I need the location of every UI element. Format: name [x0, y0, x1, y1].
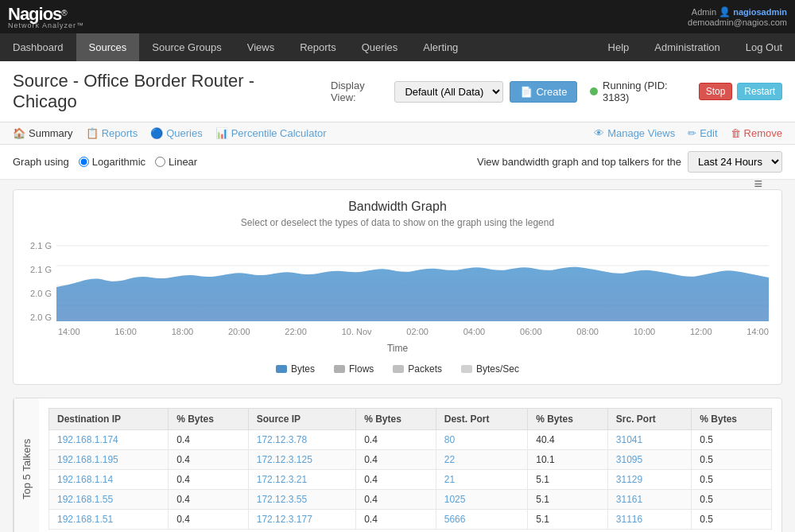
- legend-bytes-sec-box: [461, 365, 472, 373]
- nav-help[interactable]: Help: [595, 33, 642, 61]
- chart-container: [56, 238, 769, 325]
- sub-nav-percentile-calc[interactable]: 📊 Percentile Calculator: [215, 127, 327, 139]
- logarithmic-option[interactable]: Logarithmic: [79, 156, 145, 168]
- nav-sources[interactable]: Sources: [76, 33, 140, 61]
- chart-icon: 📊: [215, 127, 228, 139]
- status-text: Running (PID: 3183): [603, 80, 694, 103]
- legend-bytes[interactable]: Bytes: [276, 363, 315, 375]
- display-view-select[interactable]: Default (All Data) Custom View 1: [394, 81, 503, 103]
- x-label-4: 22:00: [285, 327, 307, 336]
- nav-dashboard[interactable]: Dashboard: [0, 33, 76, 61]
- src-port-cell[interactable]: 31161: [607, 490, 692, 510]
- src-ip-cell[interactable]: 172.12.3.177: [248, 510, 355, 530]
- graph-card-header: ≡ Bandwidth Graph Select or deselect the…: [14, 190, 781, 231]
- src-ip-cell[interactable]: 172.12.3.125: [248, 450, 355, 470]
- table-row: 192.168.1.174 0.4 172.12.3.78 0.4 80 40.…: [49, 430, 772, 450]
- nav-queries[interactable]: Queries: [349, 33, 411, 61]
- dest-port-cell[interactable]: 80: [436, 430, 527, 450]
- dest-bytes-cell: 0.4: [169, 490, 249, 510]
- dest-port-cell[interactable]: 1025: [436, 490, 527, 510]
- src-bytes-cell: 0.4: [356, 510, 436, 530]
- logarithmic-radio[interactable]: [79, 157, 89, 167]
- sub-nav-reports[interactable]: 📋 Reports: [86, 127, 138, 139]
- logo-sub: Network Analyzer™: [8, 21, 84, 29]
- sub-nav-queries[interactable]: 🔵 Queries: [150, 127, 203, 139]
- y-label-1: 2.1 G: [26, 241, 52, 250]
- time-range-select[interactable]: Last 24 Hours Last 7 Days Last 30 Days: [688, 151, 782, 173]
- dest-ip-cell[interactable]: 192.168.1.174: [49, 430, 169, 450]
- stop-button[interactable]: Stop: [699, 83, 733, 100]
- time-range-section: View bandwidth graph and top talkers for…: [477, 151, 782, 173]
- main-content: ≡ Bandwidth Graph Select or deselect the…: [0, 180, 795, 532]
- dest-port-bytes-cell: 10.1: [528, 450, 608, 470]
- table-row: 192.168.1.55 0.4 172.12.3.55 0.4 1025 5.…: [49, 490, 772, 510]
- nav-reports[interactable]: Reports: [287, 33, 349, 61]
- linear-radio[interactable]: [155, 157, 165, 167]
- col-src-bytes: % Bytes: [356, 409, 436, 430]
- x-label-7: 04:00: [463, 327, 486, 336]
- dest-ip-cell[interactable]: 192.168.1.51: [49, 510, 169, 530]
- nav-administration[interactable]: Administration: [642, 33, 732, 61]
- legend-flows-box: [334, 365, 345, 373]
- nav-views[interactable]: Views: [235, 33, 287, 61]
- dest-ip-cell[interactable]: 192.168.1.14: [49, 470, 169, 490]
- nav-logout[interactable]: Log Out: [733, 33, 795, 61]
- graph-menu-icon[interactable]: ≡: [754, 176, 762, 192]
- talkers-table: Destination IP % Bytes Source IP % Bytes…: [48, 408, 772, 530]
- src-ip-cell[interactable]: 172.12.3.55: [248, 490, 355, 510]
- display-view-section: Display View: Default (All Data) Custom …: [331, 80, 577, 103]
- dest-port-cell[interactable]: 22: [436, 450, 527, 470]
- src-port-cell[interactable]: 31041: [607, 430, 692, 450]
- dest-bytes-cell: 0.4: [169, 430, 249, 450]
- src-port-cell[interactable]: 31116: [607, 510, 692, 530]
- dest-bytes-cell: 0.4: [169, 450, 249, 470]
- table-row: 192.168.1.51 0.4 172.12.3.177 0.4 5666 5…: [49, 510, 772, 530]
- nav-alerting[interactable]: Alerting: [410, 33, 471, 61]
- table-header: Destination IP % Bytes Source IP % Bytes…: [49, 409, 772, 430]
- remove-button[interactable]: 🗑 Remove: [731, 127, 782, 139]
- src-port-cell[interactable]: 31129: [607, 470, 692, 490]
- dest-bytes-cell: 0.4: [169, 470, 249, 490]
- linear-option[interactable]: Linear: [155, 156, 197, 168]
- status-dot: [590, 87, 598, 95]
- legend-bytes-sec-label: Bytes/Sec: [476, 363, 519, 375]
- dest-port-bytes-cell: 5.1: [528, 470, 608, 490]
- file-icon: 📋: [86, 127, 99, 139]
- src-port-cell[interactable]: 31095: [607, 450, 692, 470]
- x-label-10: 10:00: [634, 327, 656, 336]
- username[interactable]: nagiosadmin: [733, 7, 787, 17]
- dest-ip-cell[interactable]: 192.168.1.55: [49, 490, 169, 510]
- graph-title: Bandwidth Graph: [26, 200, 769, 214]
- sub-nav-summary[interactable]: 🏠 Summary: [13, 127, 73, 139]
- legend-bytes-sec[interactable]: Bytes/Sec: [461, 363, 519, 375]
- src-bytes-cell: 0.4: [356, 430, 436, 450]
- legend-flows[interactable]: Flows: [334, 363, 374, 375]
- chart-path: [56, 267, 769, 321]
- display-view-label: Display View:: [331, 80, 388, 103]
- restart-button[interactable]: Restart: [737, 83, 782, 100]
- col-dest-bytes: % Bytes: [169, 409, 249, 430]
- src-bytes-cell: 0.4: [356, 470, 436, 490]
- logo: Nagios® Network Analyzer™: [8, 4, 84, 29]
- manage-views-button[interactable]: 👁 Manage Views: [594, 127, 675, 139]
- dest-port-cell[interactable]: 5666: [436, 510, 527, 530]
- trash-icon: 🗑: [731, 127, 741, 139]
- dest-port-cell[interactable]: 21: [436, 470, 527, 490]
- x-label-8: 06:00: [520, 327, 542, 336]
- chart-svg: [56, 238, 769, 325]
- x-label-3: 20:00: [228, 327, 250, 336]
- create-button[interactable]: 📄 Create: [510, 81, 577, 103]
- radio-group: Graph using Logarithmic Linear: [13, 156, 197, 168]
- legend-packets[interactable]: Packets: [393, 363, 442, 375]
- src-ip-cell[interactable]: 172.12.3.21: [248, 470, 355, 490]
- dest-ip-cell[interactable]: 192.168.1.195: [49, 450, 169, 470]
- legend-packets-box: [393, 365, 404, 373]
- nav-source-groups[interactable]: Source Groups: [139, 33, 234, 61]
- src-ip-cell[interactable]: 172.12.3.78: [248, 430, 355, 450]
- edit-button[interactable]: ✏ Edit: [688, 127, 717, 139]
- src-port-bytes-cell: 0.5: [692, 510, 772, 530]
- col-src-port-bytes: % Bytes: [692, 409, 772, 430]
- y-label-2: 2.1 G: [26, 265, 52, 274]
- page-header: Source - Office Border Router - Chicago …: [0, 61, 795, 122]
- x-label-1: 16:00: [114, 327, 137, 336]
